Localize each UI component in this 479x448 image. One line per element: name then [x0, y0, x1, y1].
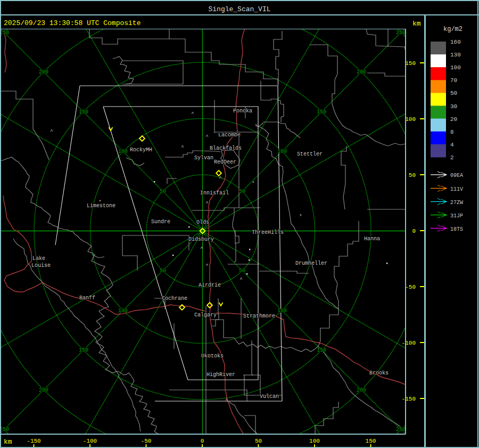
- svg-text:20: 20: [450, 116, 457, 123]
- svg-text:Hanna: Hanna: [364, 236, 380, 242]
- svg-text:^: ^: [205, 201, 208, 206]
- svg-text:^: ^: [205, 134, 208, 140]
- svg-text:^: ^: [191, 111, 194, 117]
- svg-text:Okotoks: Okotoks: [201, 353, 224, 359]
- svg-text:^: ^: [50, 129, 53, 134]
- svg-text:100: 100: [118, 308, 128, 314]
- svg-text:Didsbury: Didsbury: [188, 237, 214, 242]
- svg-text:150: 150: [405, 60, 416, 67]
- svg-text:50: 50: [239, 189, 245, 194]
- svg-text:50: 50: [255, 438, 262, 444]
- svg-text:50: 50: [160, 189, 166, 194]
- svg-text:RockyMH: RockyMH: [130, 147, 152, 153]
- svg-text:-150: -150: [27, 438, 40, 444]
- svg-text:Cochrane: Cochrane: [162, 296, 187, 302]
- svg-text:+: +: [299, 213, 302, 218]
- svg-text:31JP: 31JP: [450, 213, 463, 219]
- svg-text:150: 150: [79, 109, 88, 115]
- svg-text:Airdrie: Airdrie: [199, 282, 221, 288]
- svg-text:km: km: [4, 438, 12, 446]
- svg-text:kg/m2: kg/m2: [443, 26, 463, 33]
- svg-text:Banff: Banff: [79, 295, 95, 301]
- svg-text:Olds: Olds: [196, 219, 209, 225]
- svg-text:^: ^: [200, 246, 203, 251]
- svg-text:-100: -100: [83, 438, 97, 444]
- svg-text:150: 150: [79, 347, 88, 353]
- svg-text:Louise: Louise: [31, 263, 51, 268]
- svg-text:100: 100: [277, 308, 287, 314]
- svg-text:Brooks: Brooks: [369, 370, 389, 376]
- svg-text:50: 50: [450, 90, 457, 96]
- svg-text:200: 200: [357, 69, 366, 75]
- svg-text:130: 130: [450, 52, 461, 58]
- svg-text:Calgary: Calgary: [194, 312, 217, 318]
- svg-text:50: 50: [239, 268, 245, 274]
- svg-text:^: ^: [225, 398, 228, 403]
- svg-text:Ponoka: Ponoka: [233, 108, 252, 114]
- svg-text:Blackfalds: Blackfalds: [210, 145, 242, 151]
- svg-text:100: 100: [450, 64, 461, 71]
- svg-text:111V: 111V: [450, 186, 463, 192]
- svg-text:RedDeer: RedDeer: [214, 159, 236, 165]
- svg-text:Sundre: Sundre: [151, 219, 170, 225]
- svg-text:30: 30: [450, 103, 457, 110]
- svg-text:2: 2: [450, 154, 454, 161]
- svg-text:Strathmore: Strathmore: [243, 313, 275, 319]
- svg-text:^: ^: [205, 263, 208, 268]
- svg-text:160: 160: [450, 39, 461, 45]
- svg-text:200: 200: [39, 387, 48, 393]
- svg-text:^: ^: [219, 176, 221, 181]
- svg-text:-100: -100: [402, 340, 416, 346]
- svg-text:250: 250: [396, 427, 406, 433]
- svg-text:Drumheller: Drumheller: [295, 260, 327, 266]
- svg-text:250: 250: [0, 30, 9, 36]
- svg-text:km: km: [412, 20, 421, 28]
- svg-text:^: ^: [240, 277, 242, 282]
- svg-text:150: 150: [366, 438, 376, 444]
- svg-text:4: 4: [450, 142, 454, 148]
- svg-text:-50: -50: [141, 438, 152, 444]
- svg-text:200: 200: [357, 387, 366, 393]
- svg-text:250: 250: [0, 427, 9, 433]
- svg-text:50: 50: [160, 268, 166, 274]
- svg-text:2025/09/23 13:30:58 UTC Compos: 2025/09/23 13:30:58 UTC Composite: [4, 19, 141, 27]
- svg-text:Innisfail: Innisfail: [200, 190, 229, 196]
- svg-text:^: ^: [181, 145, 184, 150]
- svg-text:0: 0: [412, 228, 416, 234]
- svg-text:8: 8: [450, 129, 454, 135]
- svg-text:Lake: Lake: [32, 256, 45, 262]
- svg-text:Stettler: Stettler: [297, 151, 323, 157]
- svg-text:50: 50: [409, 172, 416, 178]
- svg-text:70: 70: [450, 77, 457, 84]
- svg-text:18TS: 18TS: [450, 226, 463, 232]
- svg-text:09EA: 09EA: [450, 173, 463, 178]
- svg-text:100: 100: [405, 116, 416, 123]
- svg-text:200: 200: [39, 69, 48, 75]
- svg-text:ThreeHills: ThreeHills: [252, 230, 284, 235]
- svg-text:-50: -50: [405, 284, 416, 290]
- svg-text:150: 150: [317, 347, 326, 353]
- svg-text:-150: -150: [402, 396, 416, 402]
- svg-text:100: 100: [118, 149, 128, 154]
- svg-text:100: 100: [277, 149, 287, 154]
- svg-text:150: 150: [317, 109, 326, 115]
- svg-text:HighRiver: HighRiver: [207, 372, 235, 378]
- svg-text:Lacombe: Lacombe: [218, 132, 241, 138]
- svg-text:250: 250: [396, 30, 406, 36]
- svg-text:Sylvan: Sylvan: [194, 155, 213, 161]
- svg-text:0: 0: [201, 438, 204, 444]
- svg-text:Single_Scan_VIL: Single_Scan_VIL: [208, 5, 270, 13]
- svg-text:27ZW: 27ZW: [450, 200, 463, 206]
- svg-text:*: *: [252, 181, 254, 186]
- svg-text:Vulcan: Vulcan: [260, 394, 279, 400]
- svg-text:*: *: [98, 200, 101, 205]
- svg-text:100: 100: [309, 438, 320, 444]
